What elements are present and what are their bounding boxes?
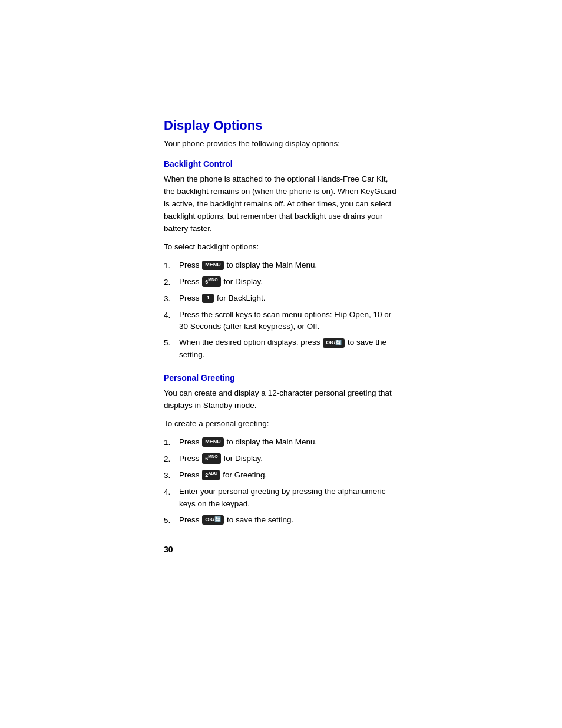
step-content: Press MENU to display the Main Menu. bbox=[179, 436, 398, 449]
step-number: 3. bbox=[164, 292, 179, 305]
step-content: Press OK/🔄 to save the setting. bbox=[179, 514, 398, 526]
backlight-title: Backlight Control bbox=[164, 159, 398, 169]
2abc-key: 2ABC bbox=[202, 470, 220, 480]
6mno-key: 6MNO bbox=[202, 276, 220, 287]
page-container: Display Options Your phone provides the … bbox=[0, 0, 562, 728]
step-number: 1. bbox=[164, 436, 179, 449]
intro-text: Your phone provides the following displa… bbox=[164, 138, 398, 150]
list-item: 2. Press 6MNO for Display. bbox=[164, 276, 398, 289]
step-number: 2. bbox=[164, 453, 179, 466]
backlight-description: When the phone is attached to the option… bbox=[164, 173, 398, 235]
ok-key: OK/🔄 bbox=[323, 338, 345, 348]
menu-key: MENU bbox=[202, 437, 224, 447]
personal-greeting-instruction: To create a personal greeting: bbox=[164, 418, 398, 430]
backlight-section: Backlight Control When the phone is atta… bbox=[164, 159, 398, 361]
step-number: 2. bbox=[164, 276, 179, 289]
step-number: 5. bbox=[164, 337, 179, 350]
step-content: Press 6MNO for Display. bbox=[179, 276, 398, 288]
step-number: 4. bbox=[164, 309, 179, 322]
list-item: 2. Press 6MNO for Display. bbox=[164, 453, 398, 466]
personal-greeting-steps: 1. Press MENU to display the Main Menu. … bbox=[164, 436, 398, 527]
personal-greeting-title: Personal Greeting bbox=[164, 373, 398, 383]
backlight-steps: 1. Press MENU to display the Main Menu. … bbox=[164, 259, 398, 361]
personal-greeting-section: Personal Greeting You can create and dis… bbox=[164, 373, 398, 526]
step-number: 4. bbox=[164, 486, 179, 499]
step-content: Press 2ABC for Greeting. bbox=[179, 469, 398, 482]
step-content: Press 1 for BackLight. bbox=[179, 292, 398, 305]
ok-key: OK/🔄 bbox=[202, 515, 224, 525]
personal-greeting-description: You can create and display a 12-characte… bbox=[164, 387, 398, 412]
step-content: Press 6MNO for Display. bbox=[179, 453, 398, 465]
step-number: 5. bbox=[164, 514, 179, 527]
list-item: 5. Press OK/🔄 to save the setting. bbox=[164, 514, 398, 527]
list-item: 1. Press MENU to display the Main Menu. bbox=[164, 436, 398, 449]
step-content: Enter your personal greeting by pressing… bbox=[179, 486, 398, 510]
list-item: 3. Press 2ABC for Greeting. bbox=[164, 469, 398, 482]
step-number: 1. bbox=[164, 259, 179, 272]
list-item: 1. Press MENU to display the Main Menu. bbox=[164, 259, 398, 272]
menu-key: MENU bbox=[202, 261, 224, 270]
backlight-instruction: To select backlight options: bbox=[164, 241, 398, 253]
step-content: When the desired option displays, press … bbox=[179, 337, 398, 361]
step-number: 3. bbox=[164, 469, 179, 482]
list-item: 4. Enter your personal greeting by press… bbox=[164, 486, 398, 510]
step-content: Press the scroll keys to scan menu optio… bbox=[179, 309, 398, 334]
page-title: Display Options bbox=[164, 118, 398, 133]
page-number: 30 bbox=[164, 545, 398, 554]
1-key: 1 bbox=[202, 294, 214, 303]
step-content: Press MENU to display the Main Menu. bbox=[179, 259, 398, 272]
6mno-key: 6MNO bbox=[202, 453, 220, 464]
list-item: 3. Press 1 for BackLight. bbox=[164, 292, 398, 305]
list-item: 5. When the desired option displays, pre… bbox=[164, 337, 398, 361]
list-item: 4. Press the scroll keys to scan menu op… bbox=[164, 309, 398, 334]
